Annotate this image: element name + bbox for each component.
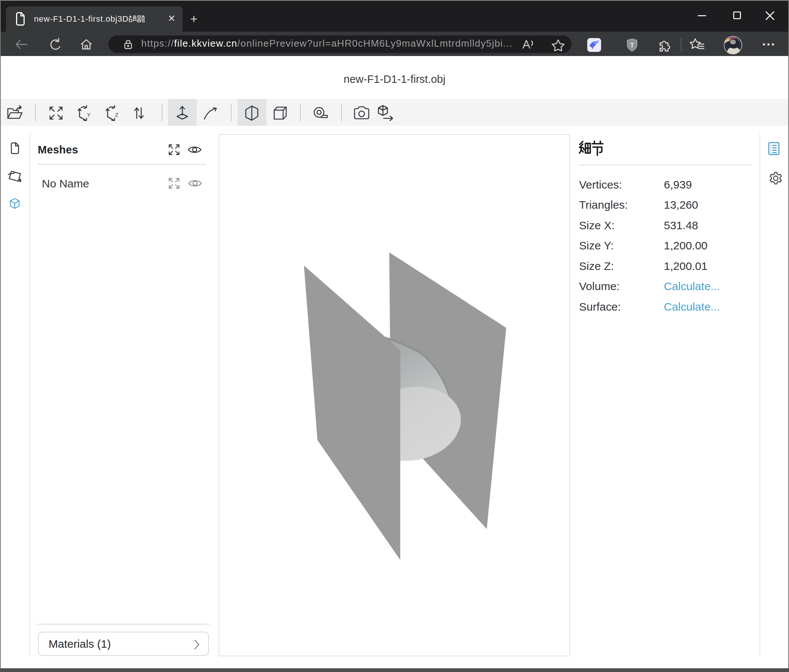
svg-text:Z: Z xyxy=(115,112,118,118)
svg-text:T: T xyxy=(630,42,634,49)
svg-text:Y: Y xyxy=(87,112,91,118)
